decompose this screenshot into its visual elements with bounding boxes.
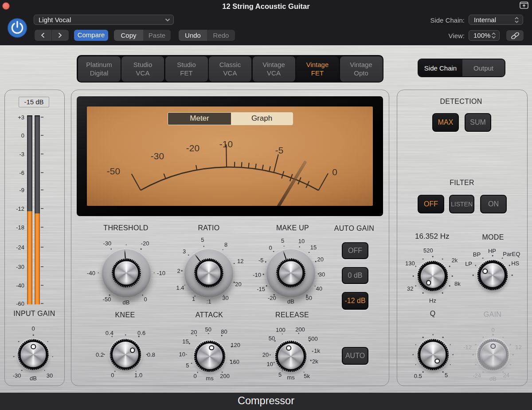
svg-text:0: 0 [332,167,337,177]
svg-text:-20: -20 [186,142,200,153]
svg-text:-5: -5 [275,145,284,155]
svg-text:-10: -10 [219,138,233,149]
svg-text:-50: -50 [107,166,120,176]
svg-text:-30: -30 [151,150,164,161]
